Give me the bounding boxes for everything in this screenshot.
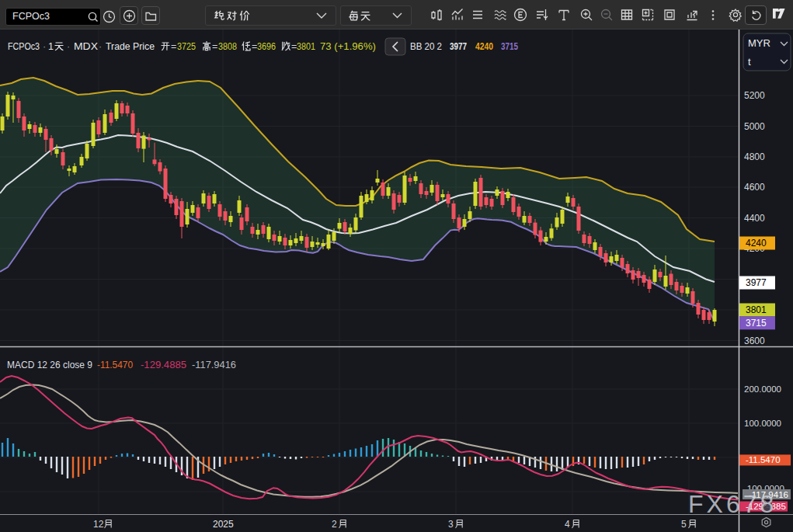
svg-text:3600: 3600 [744, 336, 765, 346]
svg-text:3977: 3977 [746, 277, 767, 288]
svg-text:3808: 3808 [218, 41, 237, 52]
svg-text:·: · [99, 41, 102, 52]
svg-text:-117.9416: -117.9416 [192, 360, 236, 370]
svg-text:=: = [212, 41, 217, 52]
svg-text:3715: 3715 [501, 41, 518, 52]
svg-text:FCPOc3: FCPOc3 [8, 41, 40, 52]
svg-text:73 (+1.96%): 73 (+1.96%) [320, 41, 376, 52]
svg-text:100.0000: 100.0000 [744, 419, 781, 428]
svg-text:-11.5470: -11.5470 [97, 360, 133, 370]
svg-text:·: · [43, 41, 46, 52]
svg-text:2: 2 [332, 519, 337, 530]
svg-text:3715: 3715 [746, 318, 767, 329]
svg-text:3696: 3696 [257, 41, 276, 52]
svg-text:2025: 2025 [213, 519, 234, 530]
svg-text:BB 20 2: BB 20 2 [410, 41, 442, 52]
svg-text:·: · [67, 41, 70, 52]
svg-text:FX678: FX678 [688, 490, 777, 518]
svg-text:t: t [748, 56, 751, 68]
svg-text:MYR: MYR [748, 37, 770, 49]
svg-text:5200: 5200 [744, 90, 765, 101]
svg-text:4600: 4600 [744, 182, 765, 193]
svg-text:4800: 4800 [744, 151, 765, 162]
svg-text:3: 3 [448, 519, 454, 530]
svg-text:-11.5470: -11.5470 [746, 455, 781, 464]
svg-text:5000: 5000 [744, 121, 765, 132]
svg-text:4240: 4240 [746, 238, 767, 249]
svg-text:MDX: MDX [74, 41, 99, 52]
svg-text:MACD 12 26 close 9: MACD 12 26 close 9 [7, 360, 92, 370]
svg-text:200.0000: 200.0000 [744, 384, 781, 394]
svg-text:=: = [171, 41, 176, 52]
svg-text:4240: 4240 [475, 41, 493, 52]
svg-text:-129.4885: -129.4885 [141, 360, 186, 370]
svg-text:Trade Price: Trade Price [106, 41, 155, 52]
svg-text:1: 1 [48, 41, 54, 52]
svg-text:4: 4 [565, 519, 570, 530]
svg-text:12: 12 [93, 519, 104, 530]
svg-text:3725: 3725 [177, 41, 196, 52]
svg-text:3801: 3801 [746, 304, 767, 315]
svg-text:3801: 3801 [297, 41, 315, 52]
svg-text:3977: 3977 [450, 41, 467, 52]
svg-text:5: 5 [681, 519, 687, 530]
svg-text:4400: 4400 [744, 213, 765, 224]
